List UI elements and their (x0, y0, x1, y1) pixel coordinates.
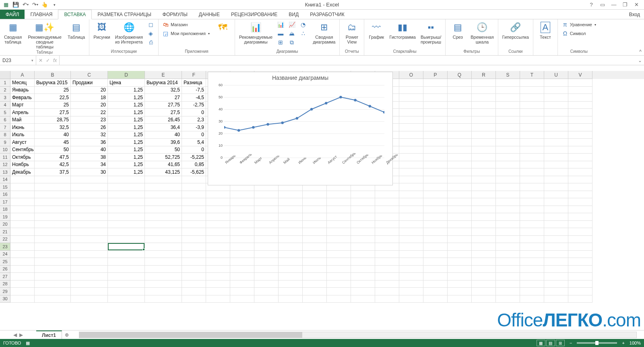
cell[interactable] (399, 124, 423, 131)
cell[interactable] (108, 295, 145, 303)
cell[interactable] (279, 288, 303, 295)
cell[interactable]: 22 (71, 109, 108, 116)
cell[interactable] (472, 288, 496, 295)
cell[interactable] (568, 146, 592, 154)
cell[interactable] (279, 281, 303, 288)
cell[interactable] (496, 228, 520, 236)
cell[interactable] (423, 266, 448, 273)
cell[interactable] (496, 109, 520, 116)
cell[interactable] (10, 221, 35, 229)
cell[interactable] (254, 273, 279, 281)
cell[interactable] (448, 124, 472, 131)
cell[interactable] (496, 206, 520, 214)
fx-icon[interactable]: fx (53, 58, 57, 63)
zoom-level[interactable]: 100% (630, 341, 641, 345)
cell[interactable] (472, 116, 496, 124)
tab-вставка[interactable]: ВСТАВКА (58, 10, 92, 19)
cell[interactable]: 1,25 (108, 154, 145, 161)
cell[interactable] (520, 154, 544, 161)
cell[interactable] (496, 288, 520, 295)
cell[interactable] (327, 228, 351, 236)
cell[interactable] (472, 94, 496, 102)
cell[interactable] (399, 94, 423, 102)
cell[interactable]: 42,5 (35, 161, 71, 169)
cell[interactable] (448, 139, 472, 146)
cell[interactable]: 0 (182, 109, 206, 116)
cell[interactable] (71, 295, 108, 303)
touch-mode-icon[interactable]: 👆 (40, 1, 49, 9)
cell[interactable] (399, 243, 423, 251)
cell[interactable] (399, 176, 423, 184)
cell[interactable] (182, 213, 206, 221)
cell[interactable] (35, 288, 71, 295)
cell[interactable] (496, 295, 520, 303)
cell[interactable] (71, 251, 108, 258)
cell[interactable]: 40 (71, 146, 108, 154)
cell[interactable]: 36 (71, 139, 108, 146)
bing-maps-button[interactable]: 🗺 (213, 20, 232, 35)
cell[interactable] (496, 281, 520, 288)
cell[interactable]: 18 (71, 94, 108, 102)
cell[interactable] (520, 102, 544, 109)
cell[interactable] (399, 161, 423, 169)
cell[interactable] (279, 198, 303, 206)
column-header[interactable]: Q (448, 71, 472, 79)
cell[interactable] (568, 198, 592, 206)
cell[interactable] (399, 191, 423, 199)
cell[interactable] (520, 161, 544, 169)
cell[interactable] (544, 295, 568, 303)
tab-разметка страницы[interactable]: РАЗМЕТКА СТРАНИЦЫ (92, 10, 157, 19)
cell[interactable] (351, 295, 375, 303)
cell[interactable] (399, 131, 423, 139)
cell[interactable] (230, 288, 254, 295)
cell[interactable] (182, 251, 206, 258)
cell[interactable] (10, 176, 35, 184)
cell[interactable] (303, 236, 327, 243)
cell[interactable] (472, 154, 496, 161)
cell[interactable] (230, 236, 254, 243)
cell[interactable] (544, 228, 568, 236)
cell[interactable] (568, 154, 592, 161)
cell[interactable] (520, 281, 544, 288)
cell[interactable] (423, 102, 448, 109)
column-header[interactable]: F (182, 71, 206, 79)
cell[interactable] (544, 124, 568, 131)
cell[interactable] (35, 243, 71, 251)
cell[interactable] (448, 116, 472, 124)
cell[interactable] (145, 266, 182, 273)
cell[interactable]: 37,5 (35, 168, 71, 176)
cell[interactable] (423, 87, 448, 94)
cell[interactable] (544, 146, 568, 154)
cell[interactable] (423, 236, 448, 243)
cell[interactable] (423, 288, 448, 295)
cell[interactable] (375, 251, 399, 258)
cell[interactable]: 28,75 (35, 116, 71, 124)
recommended-pivot-button[interactable]: ▦✨Рекомендуемые сводные таблицы (25, 20, 64, 50)
expand-formula-bar-icon[interactable]: ⌄ (636, 56, 644, 65)
cell[interactable] (35, 258, 71, 266)
cell[interactable] (108, 243, 145, 251)
cell[interactable] (496, 131, 520, 139)
worksheet-grid[interactable]: ABCDEFGHIJKLMNOPQRSTUV 1МесяцВыручка 201… (0, 71, 644, 332)
cell[interactable] (472, 87, 496, 94)
cell[interactable] (145, 258, 182, 266)
cell[interactable]: 1,25 (108, 124, 145, 131)
cell[interactable] (448, 236, 472, 243)
cell[interactable] (230, 266, 254, 273)
cell[interactable] (351, 273, 375, 281)
tab-разработчик[interactable]: РАЗРАБОТЧИК (304, 10, 350, 19)
cell[interactable] (303, 295, 327, 303)
cell[interactable] (448, 87, 472, 94)
cell[interactable] (399, 183, 423, 191)
cell[interactable] (279, 236, 303, 243)
screenshot-button[interactable]: ⎙ (146, 38, 156, 47)
row-header[interactable]: 12 (0, 161, 10, 169)
cell[interactable] (71, 176, 108, 184)
collapse-ribbon-icon[interactable]: ^ (639, 49, 642, 54)
cell[interactable]: 27,5 (145, 109, 182, 116)
embedded-chart[interactable]: Название диаграммы 0102030405060 ЯнварьФ… (208, 72, 393, 185)
cell[interactable] (230, 206, 254, 214)
cell[interactable] (71, 273, 108, 281)
cell[interactable]: 43,125 (145, 168, 182, 176)
save-icon[interactable]: 💾 (11, 1, 20, 9)
